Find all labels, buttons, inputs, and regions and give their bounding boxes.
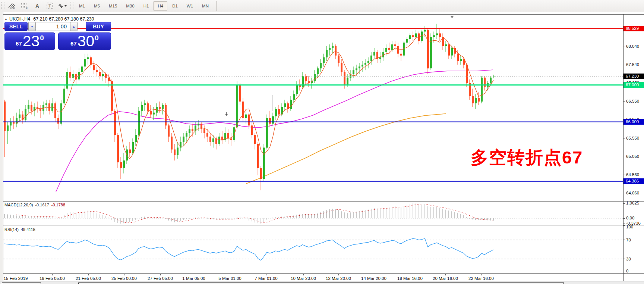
volume-box: ▼ ▲ <box>28 22 78 31</box>
price-tick-label: 64.060 <box>626 191 639 195</box>
time-tick-mark <box>194 274 194 275</box>
price-tick-label: 65.050 <box>626 154 639 159</box>
time-tick-label: 25 Feb 00:00 <box>111 276 137 281</box>
macd-signal-value: -0.1788 <box>51 203 65 207</box>
rsi-tick-mark <box>623 273 625 274</box>
time-tick-label: 21 Feb 05:00 <box>76 276 101 281</box>
sell-price-sup: 0 <box>40 34 44 42</box>
time-tick-mark <box>303 274 304 275</box>
time-tick-mark <box>445 274 446 275</box>
one-click-trading-panel: SELL ▼ ▲ BUY 67 23 0 67 30 0 <box>4 22 112 50</box>
symbol-period: UKOil-,H4 <box>9 16 30 22</box>
macd-tick-mark <box>623 218 625 219</box>
time-tick-label: 5 Mar 01:00 <box>218 276 241 281</box>
ohlc-values: 67.210 67.280 67.180 67.230 <box>33 16 94 22</box>
volume-increase-button[interactable]: ▲ <box>70 22 78 31</box>
rsi-tick-label: 30 <box>626 257 631 261</box>
time-tick-mark <box>230 274 230 275</box>
time-tick-mark <box>266 274 266 275</box>
buy-price-prefix: 67 <box>70 40 77 47</box>
chart-annotation-text: 多空转折点67 <box>471 146 583 169</box>
time-tick-mark <box>410 274 410 275</box>
price-tick-mark <box>623 65 625 65</box>
rsi-tick-mark <box>623 225 625 226</box>
time-tick-label: 18 Mar 16:00 <box>397 276 423 281</box>
price-tick-mark <box>623 47 625 47</box>
time-tick-label: 1 Mar 05:00 <box>182 276 205 281</box>
time-tick-mark <box>374 274 374 275</box>
buy-button[interactable]: BUY <box>86 22 111 31</box>
mt4-window: E F A T M1M5M15 <box>0 0 644 284</box>
price-tick-label: 66.550 <box>626 99 639 103</box>
macd-main-value: -0.1617 <box>35 203 49 207</box>
rsi-tick-label: 100 <box>626 225 633 229</box>
macd-tick-mark <box>623 224 625 224</box>
price-badge: 67.000 <box>624 82 644 88</box>
chart-title: ▲UKOil-,H467.210 67.280 67.180 67.230 <box>4 16 94 22</box>
price-tick-label: 68.040 <box>626 44 639 49</box>
time-tick-mark <box>88 274 89 275</box>
price-tick-mark <box>623 138 625 138</box>
price-tick-mark <box>623 157 625 157</box>
price-tick-label: 64.560 <box>626 172 639 177</box>
collapse-arrow-icon[interactable]: ▲ <box>4 18 7 21</box>
time-tick-label: 20 Mar 16:00 <box>433 276 458 281</box>
macd-tick-mark <box>623 203 625 204</box>
macd-tick-label: 1.0625 <box>626 201 639 205</box>
price-tick-mark <box>623 102 625 102</box>
macd-label: MACD(12,26,9)-0.1617-0.1788 <box>4 203 65 207</box>
sell-button[interactable]: SELL <box>4 22 28 31</box>
time-tick-label: 22 Mar 16:00 <box>468 276 494 281</box>
buy-price-sup: 0 <box>95 34 99 42</box>
time-tick-mark <box>16 274 16 275</box>
time-tick-label: 7 Mar 01:00 <box>255 276 277 281</box>
buy-price-tile[interactable]: 67 30 0 <box>58 32 111 50</box>
rsi-tick-mark <box>623 240 625 240</box>
rsi-label: RSI(14)49.4115 <box>4 227 35 232</box>
time-tick-mark <box>338 274 339 275</box>
time-tick-mark <box>124 274 124 275</box>
rsi-tick-label: 70 <box>626 238 631 242</box>
rsi-tick-label: 0 <box>626 269 628 273</box>
price-tick-label: 65.550 <box>626 136 639 140</box>
time-tick-label: 10 Mar 23:00 <box>291 276 316 281</box>
sell-price-tile[interactable]: 67 23 0 <box>4 32 55 50</box>
time-tick-mark <box>52 274 53 275</box>
rsi-value: 49.4115 <box>21 227 35 232</box>
price-tick-label: 67.540 <box>626 62 639 67</box>
price-badge: 64.386 <box>624 178 644 184</box>
sell-price-big: 23 <box>23 34 40 49</box>
bottom-tab-stub[interactable] <box>78 283 564 284</box>
price-tick-mark <box>623 193 625 193</box>
time-tick-label: 19 Feb 05:00 <box>40 276 65 281</box>
time-tick-label: 14 Mar 20:00 <box>361 276 386 281</box>
volume-decrease-button[interactable]: ▼ <box>28 22 36 31</box>
price-badge: 67.230 <box>624 74 644 79</box>
time-tick-label: 27 Feb 05:00 <box>148 276 173 281</box>
sell-price-prefix: 67 <box>16 40 22 47</box>
time-tick-mark <box>481 274 482 275</box>
time-tick-mark <box>160 274 161 275</box>
time-tick-label: 15 Feb 2019 <box>4 276 28 281</box>
bottom-tab-stub[interactable] <box>2 283 41 284</box>
price-badge: 66.000 <box>624 119 644 125</box>
volume-input[interactable] <box>36 22 70 31</box>
buy-price-big: 30 <box>78 34 95 49</box>
price-badge: 68.529 <box>624 26 644 31</box>
rsi-tick-mark <box>623 259 625 259</box>
time-tick-label: 12 Mar 20:00 <box>326 276 351 281</box>
price-tick-mark <box>623 175 625 175</box>
macd-tick-label: 0.00 <box>626 216 634 220</box>
